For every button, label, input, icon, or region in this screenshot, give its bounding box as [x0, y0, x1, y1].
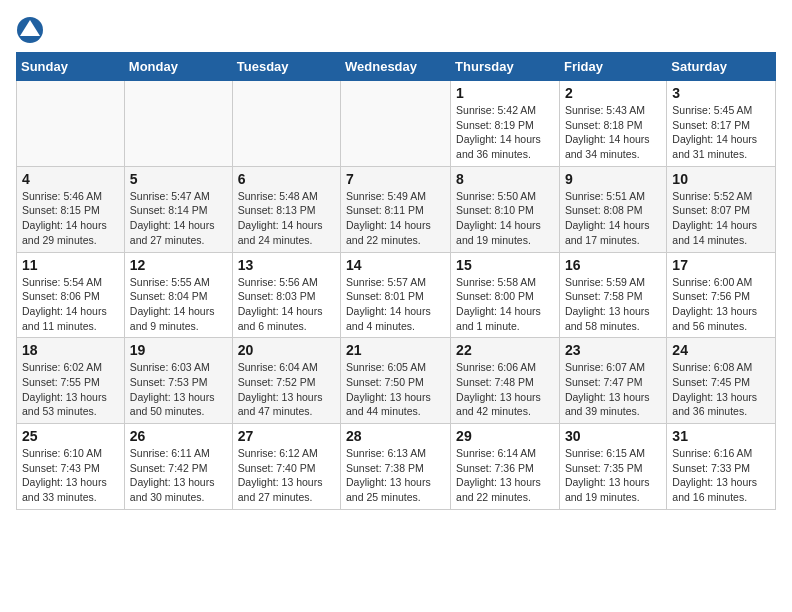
- day-number: 15: [456, 257, 554, 273]
- calendar-cell: 18Sunrise: 6:02 AM Sunset: 7:55 PM Dayli…: [17, 338, 125, 424]
- day-number: 10: [672, 171, 770, 187]
- calendar-week-row: 1Sunrise: 5:42 AM Sunset: 8:19 PM Daylig…: [17, 81, 776, 167]
- calendar-cell: 6Sunrise: 5:48 AM Sunset: 8:13 PM Daylig…: [232, 166, 340, 252]
- day-number: 17: [672, 257, 770, 273]
- day-info: Sunrise: 5:49 AM Sunset: 8:11 PM Dayligh…: [346, 189, 445, 248]
- day-info: Sunrise: 6:10 AM Sunset: 7:43 PM Dayligh…: [22, 446, 119, 505]
- calendar-cell: 8Sunrise: 5:50 AM Sunset: 8:10 PM Daylig…: [451, 166, 560, 252]
- calendar-cell: 12Sunrise: 5:55 AM Sunset: 8:04 PM Dayli…: [124, 252, 232, 338]
- day-info: Sunrise: 5:57 AM Sunset: 8:01 PM Dayligh…: [346, 275, 445, 334]
- calendar-cell: [341, 81, 451, 167]
- calendar-cell: 4Sunrise: 5:46 AM Sunset: 8:15 PM Daylig…: [17, 166, 125, 252]
- day-info: Sunrise: 6:11 AM Sunset: 7:42 PM Dayligh…: [130, 446, 227, 505]
- calendar-week-row: 25Sunrise: 6:10 AM Sunset: 7:43 PM Dayli…: [17, 424, 776, 510]
- day-of-week-header: Wednesday: [341, 53, 451, 81]
- day-number: 27: [238, 428, 335, 444]
- day-number: 7: [346, 171, 445, 187]
- day-info: Sunrise: 6:00 AM Sunset: 7:56 PM Dayligh…: [672, 275, 770, 334]
- day-info: Sunrise: 5:56 AM Sunset: 8:03 PM Dayligh…: [238, 275, 335, 334]
- calendar-cell: 3Sunrise: 5:45 AM Sunset: 8:17 PM Daylig…: [667, 81, 776, 167]
- day-info: Sunrise: 5:45 AM Sunset: 8:17 PM Dayligh…: [672, 103, 770, 162]
- day-number: 13: [238, 257, 335, 273]
- day-number: 3: [672, 85, 770, 101]
- day-info: Sunrise: 5:46 AM Sunset: 8:15 PM Dayligh…: [22, 189, 119, 248]
- day-number: 25: [22, 428, 119, 444]
- day-info: Sunrise: 5:58 AM Sunset: 8:00 PM Dayligh…: [456, 275, 554, 334]
- day-info: Sunrise: 6:03 AM Sunset: 7:53 PM Dayligh…: [130, 360, 227, 419]
- day-of-week-header: Monday: [124, 53, 232, 81]
- calendar-cell: 21Sunrise: 6:05 AM Sunset: 7:50 PM Dayli…: [341, 338, 451, 424]
- calendar-cell: 2Sunrise: 5:43 AM Sunset: 8:18 PM Daylig…: [559, 81, 666, 167]
- day-info: Sunrise: 5:54 AM Sunset: 8:06 PM Dayligh…: [22, 275, 119, 334]
- calendar-cell: 13Sunrise: 5:56 AM Sunset: 8:03 PM Dayli…: [232, 252, 340, 338]
- calendar-week-row: 11Sunrise: 5:54 AM Sunset: 8:06 PM Dayli…: [17, 252, 776, 338]
- calendar-week-row: 18Sunrise: 6:02 AM Sunset: 7:55 PM Dayli…: [17, 338, 776, 424]
- logo-icon: [16, 16, 44, 44]
- calendar-cell: 7Sunrise: 5:49 AM Sunset: 8:11 PM Daylig…: [341, 166, 451, 252]
- day-number: 1: [456, 85, 554, 101]
- calendar-table: SundayMondayTuesdayWednesdayThursdayFrid…: [16, 52, 776, 510]
- calendar-cell: 11Sunrise: 5:54 AM Sunset: 8:06 PM Dayli…: [17, 252, 125, 338]
- day-number: 23: [565, 342, 661, 358]
- day-number: 22: [456, 342, 554, 358]
- day-info: Sunrise: 5:50 AM Sunset: 8:10 PM Dayligh…: [456, 189, 554, 248]
- day-info: Sunrise: 6:13 AM Sunset: 7:38 PM Dayligh…: [346, 446, 445, 505]
- header: [16, 16, 776, 44]
- day-number: 16: [565, 257, 661, 273]
- logo: [16, 16, 48, 44]
- calendar-cell: 27Sunrise: 6:12 AM Sunset: 7:40 PM Dayli…: [232, 424, 340, 510]
- calendar-cell: 10Sunrise: 5:52 AM Sunset: 8:07 PM Dayli…: [667, 166, 776, 252]
- day-info: Sunrise: 6:08 AM Sunset: 7:45 PM Dayligh…: [672, 360, 770, 419]
- calendar-cell: 31Sunrise: 6:16 AM Sunset: 7:33 PM Dayli…: [667, 424, 776, 510]
- day-info: Sunrise: 6:05 AM Sunset: 7:50 PM Dayligh…: [346, 360, 445, 419]
- day-info: Sunrise: 5:59 AM Sunset: 7:58 PM Dayligh…: [565, 275, 661, 334]
- day-of-week-header: Saturday: [667, 53, 776, 81]
- day-info: Sunrise: 5:48 AM Sunset: 8:13 PM Dayligh…: [238, 189, 335, 248]
- day-number: 31: [672, 428, 770, 444]
- day-of-week-header: Tuesday: [232, 53, 340, 81]
- day-number: 26: [130, 428, 227, 444]
- calendar-cell: 22Sunrise: 6:06 AM Sunset: 7:48 PM Dayli…: [451, 338, 560, 424]
- calendar-cell: 25Sunrise: 6:10 AM Sunset: 7:43 PM Dayli…: [17, 424, 125, 510]
- day-number: 8: [456, 171, 554, 187]
- day-number: 20: [238, 342, 335, 358]
- day-number: 2: [565, 85, 661, 101]
- day-number: 21: [346, 342, 445, 358]
- calendar-cell: 24Sunrise: 6:08 AM Sunset: 7:45 PM Dayli…: [667, 338, 776, 424]
- day-number: 24: [672, 342, 770, 358]
- calendar-cell: 30Sunrise: 6:15 AM Sunset: 7:35 PM Dayli…: [559, 424, 666, 510]
- calendar-cell: 5Sunrise: 5:47 AM Sunset: 8:14 PM Daylig…: [124, 166, 232, 252]
- day-info: Sunrise: 5:42 AM Sunset: 8:19 PM Dayligh…: [456, 103, 554, 162]
- day-number: 11: [22, 257, 119, 273]
- day-of-week-header: Friday: [559, 53, 666, 81]
- day-info: Sunrise: 6:04 AM Sunset: 7:52 PM Dayligh…: [238, 360, 335, 419]
- calendar-cell: 29Sunrise: 6:14 AM Sunset: 7:36 PM Dayli…: [451, 424, 560, 510]
- day-number: 18: [22, 342, 119, 358]
- day-info: Sunrise: 6:16 AM Sunset: 7:33 PM Dayligh…: [672, 446, 770, 505]
- day-number: 28: [346, 428, 445, 444]
- calendar-cell: 26Sunrise: 6:11 AM Sunset: 7:42 PM Dayli…: [124, 424, 232, 510]
- calendar-cell: [124, 81, 232, 167]
- day-number: 30: [565, 428, 661, 444]
- day-number: 12: [130, 257, 227, 273]
- day-info: Sunrise: 6:07 AM Sunset: 7:47 PM Dayligh…: [565, 360, 661, 419]
- day-of-week-header: Thursday: [451, 53, 560, 81]
- day-info: Sunrise: 6:02 AM Sunset: 7:55 PM Dayligh…: [22, 360, 119, 419]
- day-number: 14: [346, 257, 445, 273]
- day-info: Sunrise: 5:52 AM Sunset: 8:07 PM Dayligh…: [672, 189, 770, 248]
- day-info: Sunrise: 5:47 AM Sunset: 8:14 PM Dayligh…: [130, 189, 227, 248]
- calendar-week-row: 4Sunrise: 5:46 AM Sunset: 8:15 PM Daylig…: [17, 166, 776, 252]
- day-info: Sunrise: 5:43 AM Sunset: 8:18 PM Dayligh…: [565, 103, 661, 162]
- day-info: Sunrise: 6:15 AM Sunset: 7:35 PM Dayligh…: [565, 446, 661, 505]
- calendar-cell: 19Sunrise: 6:03 AM Sunset: 7:53 PM Dayli…: [124, 338, 232, 424]
- day-info: Sunrise: 6:14 AM Sunset: 7:36 PM Dayligh…: [456, 446, 554, 505]
- day-info: Sunrise: 6:12 AM Sunset: 7:40 PM Dayligh…: [238, 446, 335, 505]
- day-info: Sunrise: 5:51 AM Sunset: 8:08 PM Dayligh…: [565, 189, 661, 248]
- day-number: 19: [130, 342, 227, 358]
- days-of-week-row: SundayMondayTuesdayWednesdayThursdayFrid…: [17, 53, 776, 81]
- calendar-body: 1Sunrise: 5:42 AM Sunset: 8:19 PM Daylig…: [17, 81, 776, 510]
- calendar-cell: 20Sunrise: 6:04 AM Sunset: 7:52 PM Dayli…: [232, 338, 340, 424]
- calendar-cell: 16Sunrise: 5:59 AM Sunset: 7:58 PM Dayli…: [559, 252, 666, 338]
- calendar-cell: 17Sunrise: 6:00 AM Sunset: 7:56 PM Dayli…: [667, 252, 776, 338]
- calendar-cell: 9Sunrise: 5:51 AM Sunset: 8:08 PM Daylig…: [559, 166, 666, 252]
